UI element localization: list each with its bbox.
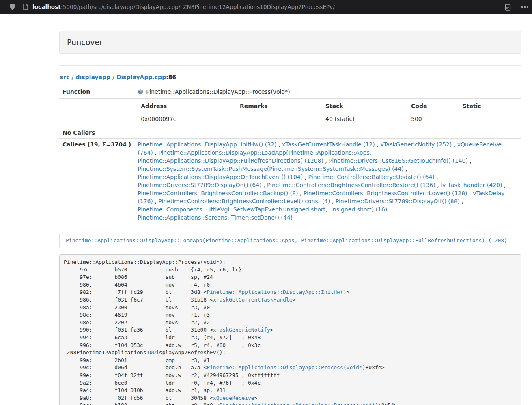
callee-link[interactable]: Pinetime::Controllers::BrightnessControl… <box>267 182 435 188</box>
callee-link[interactable]: Pinetime::Controllers::BrightnessControl… <box>158 198 330 205</box>
stats-header-static: Static <box>459 100 518 112</box>
breadcrumb: src / displayapp / DisplayApp.cpp:86 <box>60 74 521 80</box>
callee-link[interactable]: Pinetime::System::SystemTask::PushMessag… <box>138 166 404 172</box>
stats-value-address: 0x0000097c <box>138 112 237 125</box>
callee-link[interactable]: Pinetime::Drivers::St7789::DisplayOn() (… <box>138 182 261 188</box>
callee-link[interactable]: lv_task_handler (420) <box>441 182 502 188</box>
callee-link[interactable]: Pinetime::Applications::DisplayApp::OnTo… <box>138 174 303 180</box>
divider <box>59 65 521 66</box>
disassembly-code: Pinetime::Applications::DisplayApp::Proc… <box>59 254 521 405</box>
brand-heading: Puncover <box>67 38 514 47</box>
function-row-label: Function <box>59 86 134 99</box>
breadcrumb-link-file[interactable]: DisplayApp.cpp <box>116 74 166 80</box>
url-path: :5000/path/src/displayapp/DisplayApp.cpp… <box>61 4 335 10</box>
breadcrumb-link-displayapp[interactable]: displayapp <box>75 74 110 80</box>
callees-row: Callees (19, Σ=3704 ) Pinetime::Applicat… <box>59 139 521 224</box>
security-shield-icon[interactable] <box>9 3 16 11</box>
callee-link[interactable]: Pinetime::Applications::Screens::Timer::… <box>138 214 293 221</box>
function-name: Pinetime::Applications::DisplayApp::Proc… <box>146 88 290 95</box>
brand-panel: Puncover <box>59 31 521 54</box>
browser-topbar: localhost:5000/path/src/displayapp/Displ… <box>0 0 532 14</box>
disassembly-symbol-link[interactable]: xTaskGenericNotify <box>213 327 270 333</box>
stats-row-spacer <box>59 99 134 127</box>
url-bar[interactable]: localhost:5000/path/src/displayapp/Displ… <box>32 4 335 10</box>
menu-icon[interactable] <box>521 6 529 8</box>
no-callers-cell <box>134 127 521 139</box>
highlighted-callee-box: Pinetime::Applications::DisplayApp::Load… <box>59 233 521 248</box>
function-table: Function Pinetime::Applications::Display… <box>59 86 521 223</box>
stats-header-address: Address <box>138 100 237 112</box>
stats-header-row: Address Remarks Stack Code Static <box>138 100 518 112</box>
callees-list: Pinetime::Applications::DisplayApp::Init… <box>134 139 521 224</box>
url-host: localhost <box>32 4 61 10</box>
breadcrumb-separator: / <box>70 74 76 80</box>
disassembly-symbol-link[interactable]: Pinetime::Applications::DisplayApp::Proc… <box>220 402 378 405</box>
stats-cell: Address Remarks Stack Code Static 0x0000… <box>134 99 521 127</box>
function-cell: Pinetime::Applications::DisplayApp::Proc… <box>134 86 521 99</box>
stats-header-stack: Stack <box>322 100 408 112</box>
callee-link[interactable]: Pinetime::Applications::DisplayApp::Init… <box>138 141 276 148</box>
stats-value-remarks <box>237 112 322 125</box>
function-row: Function Pinetime::Applications::Display… <box>59 86 521 99</box>
callee-link[interactable]: Pinetime::Controllers::BrightnessControl… <box>304 190 467 196</box>
stats-value-static <box>459 112 518 125</box>
callee-link[interactable]: Pinetime::Components::LittleVgl::SetNewT… <box>138 206 387 213</box>
stats-value-stack: 40 (static) <box>322 112 408 125</box>
stats-value-row: 0x0000097c 40 (static) 500 <box>138 112 518 125</box>
page-info-icon[interactable] <box>23 4 28 10</box>
callee-link[interactable]: Pinetime::Controllers::BrightnessControl… <box>138 190 298 196</box>
breadcrumb-line-number: :86 <box>166 74 176 80</box>
breadcrumb-separator: / <box>110 74 116 80</box>
callee-link[interactable]: Pinetime::Drivers::Cst816S::GetTouchInfo… <box>329 157 468 164</box>
callee-link[interactable]: xTaskGetCurrentTaskHandle (12) <box>282 141 375 148</box>
callee-link[interactable]: xTaskGenericNotify (252) <box>380 141 452 148</box>
disassembly-symbol-link[interactable]: Pinetime::Applications::DisplayApp::Init… <box>207 289 346 295</box>
callee-link[interactable]: Pinetime::Controllers::Battery::Update()… <box>308 174 435 180</box>
callee-link[interactable]: Pinetime::Drivers::St7789::DisplayOff() … <box>336 198 460 205</box>
disassembly-symbol-link[interactable]: xQueueReceive <box>213 395 254 401</box>
callees-label: Callees (19, Σ=3704 ) <box>59 139 134 224</box>
stats-value-code: 500 <box>408 112 459 125</box>
page-container: Puncover src / displayapp / DisplayApp.c… <box>59 31 521 405</box>
stats-row: Address Remarks Stack Code Static 0x0000… <box>59 99 521 127</box>
disassembly-symbol-link[interactable]: xTaskGetCurrentTaskHandle <box>213 297 293 303</box>
stats-table: Address Remarks Stack Code Static 0x0000… <box>138 100 518 125</box>
disassembly-symbol-link[interactable]: Pinetime::Applications::DisplayApp::Proc… <box>207 364 365 371</box>
function-cube-icon <box>138 88 143 97</box>
reader-view-icon[interactable] <box>505 4 511 11</box>
no-callers-row: No Callers <box>59 127 521 139</box>
highlighted-callee-link[interactable]: Pinetime::Applications::DisplayApp::Load… <box>66 237 507 243</box>
stats-header-remarks: Remarks <box>237 100 322 112</box>
no-callers-label: No Callers <box>59 127 134 139</box>
breadcrumb-link-src[interactable]: src <box>60 74 70 80</box>
stats-header-code: Code <box>408 100 459 112</box>
